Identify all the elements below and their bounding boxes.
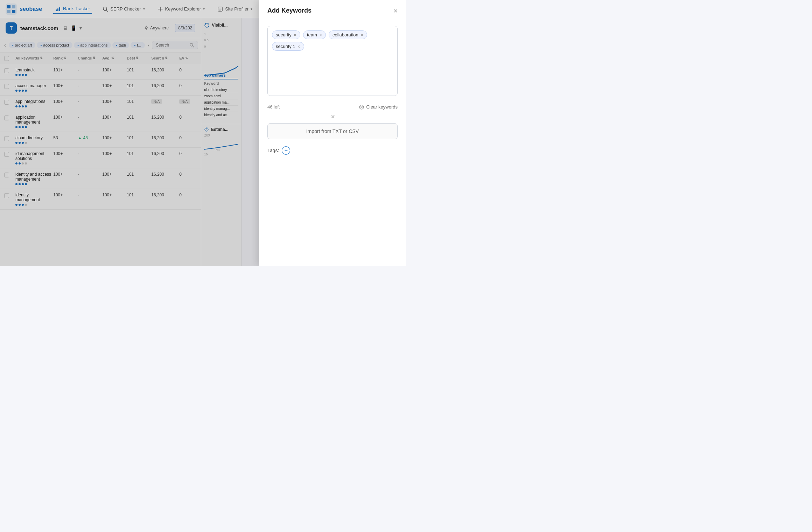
keyword-tag: collaboration × (329, 30, 367, 39)
keyword-tag-remove-btn[interactable]: × (319, 33, 322, 37)
or-divider: or (267, 114, 398, 119)
keyword-tag-text: security 1 (276, 44, 295, 49)
keyword-tag: team × (303, 30, 326, 39)
keywords-tags-row: security × team × collaboration × securi… (272, 30, 393, 51)
keywords-input-area[interactable]: security × team × collaboration × securi… (267, 26, 398, 96)
keyword-tag-text: team (307, 32, 317, 37)
keywords-counter-row: 46 left Clear keywords (259, 102, 406, 112)
tags-label: Tags: (267, 148, 279, 153)
keyword-tag: security × (272, 30, 300, 39)
keyword-tag-text: security (276, 32, 292, 37)
tags-row: Tags: + (259, 142, 406, 159)
keyword-tag-remove-btn[interactable]: × (298, 44, 300, 49)
keyword-tag: security 1 × (272, 42, 304, 51)
modal-header: Add Keywords × (259, 0, 406, 20)
add-tag-button[interactable]: + (282, 146, 290, 155)
modal-overlay: Add Keywords × security × team × collabo… (0, 0, 406, 266)
clear-icon (359, 105, 364, 110)
import-button[interactable]: Import from TXT or CSV (267, 123, 398, 139)
modal-title: Add Keywords (267, 7, 312, 14)
keywords-counter: 46 left (267, 104, 280, 110)
clear-keywords-button[interactable]: Clear keywords (359, 104, 398, 110)
keyword-tag-remove-btn[interactable]: × (294, 33, 296, 37)
add-keywords-modal: Add Keywords × security × team × collabo… (259, 0, 406, 266)
import-label: Import from TXT or CSV (306, 128, 359, 134)
clear-keywords-label: Clear keywords (366, 104, 398, 110)
modal-close-button[interactable]: × (393, 7, 398, 14)
add-tag-icon: + (285, 147, 288, 154)
keyword-tag-text: collaboration (332, 32, 358, 37)
keyword-tag-remove-btn[interactable]: × (360, 33, 363, 37)
